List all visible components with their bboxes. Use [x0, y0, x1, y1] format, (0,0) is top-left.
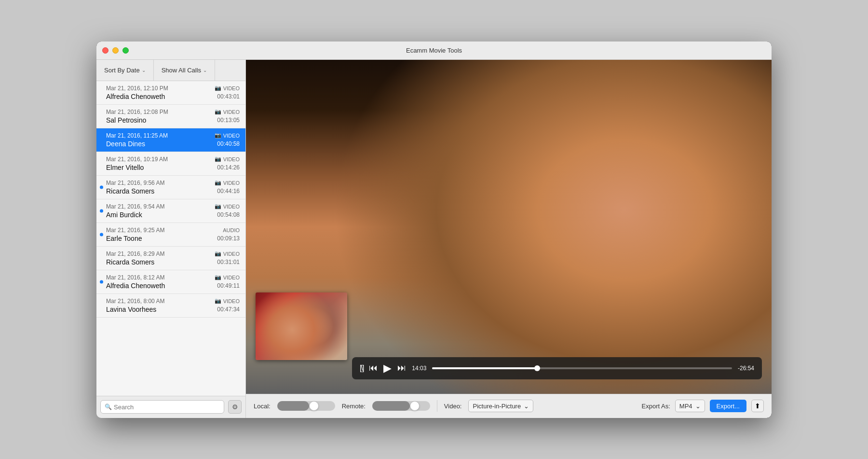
share-icon: ⬆ — [755, 402, 760, 410]
remote-volume-knob[interactable] — [410, 401, 420, 411]
scrubber-track[interactable] — [432, 367, 732, 369]
play-button[interactable]: ▶ — [383, 362, 392, 375]
export-section: Export As: MP4 ⌄ Export... ⬆ — [642, 400, 764, 412]
scrubber-fill — [432, 367, 537, 369]
call-duration: 00:47:34 — [217, 306, 240, 313]
call-item-bottom: Alfredia Chenoweth 00:49:11 — [106, 282, 240, 290]
remote-label: Remote: — [342, 403, 366, 410]
call-duration: 00:54:08 — [217, 211, 240, 218]
video-type-icon: 📷 — [215, 180, 221, 186]
call-duration: 00:43:01 — [217, 93, 240, 100]
call-type: AUDIO — [223, 227, 240, 233]
call-type-info: 📷 VIDEO — [215, 298, 240, 304]
call-item[interactable]: Mar 21, 2016, 9:25 AM AUDIO Earle Toone … — [96, 223, 245, 247]
scrubber-thumb[interactable] — [534, 365, 540, 371]
call-item-bottom: Deena Dines 00:40:58 — [106, 140, 240, 148]
search-icon: 🔍 — [105, 403, 112, 410]
pip-content — [256, 292, 347, 360]
call-name: Ricarda Somers — [106, 258, 154, 266]
call-item[interactable]: Mar 21, 2016, 8:00 AM 📷 VIDEO Lavina Voo… — [96, 294, 245, 318]
fast-forward-button[interactable]: ⏭ — [397, 363, 406, 373]
time-remaining: -26:54 — [738, 365, 754, 372]
remote-volume-slider[interactable] — [372, 401, 430, 411]
call-item-bottom: Elmer Vitello 00:14:26 — [106, 164, 240, 171]
call-type: VIDEO — [223, 133, 240, 139]
minimize-button[interactable] — [112, 47, 119, 54]
window-title: Ecamm Movie Tools — [406, 47, 462, 54]
video-area: [\] ⏮ ▶ ⏭ 14:03 -26:54 Local: — [246, 60, 772, 418]
call-item[interactable]: Mar 21, 2016, 10:19 AM 📷 VIDEO Elmer Vit… — [96, 152, 245, 176]
video-type-icon: 📷 — [215, 298, 221, 304]
export-as-label: Export As: — [642, 403, 670, 410]
call-type: VIDEO — [223, 156, 240, 162]
call-item[interactable]: Mar 21, 2016, 8:12 AM 📷 VIDEO Alfredia C… — [96, 270, 245, 294]
call-item[interactable]: Mar 21, 2016, 9:56 AM 📷 VIDEO Ricarda So… — [96, 176, 245, 199]
unread-dot — [100, 209, 103, 212]
call-type-info: 📷 VIDEO — [215, 274, 240, 280]
maximize-button[interactable] — [122, 47, 129, 54]
call-duration: 00:14:26 — [217, 164, 240, 171]
call-item-top: Mar 21, 2016, 9:54 AM 📷 VIDEO — [106, 203, 240, 210]
call-type: VIDEO — [223, 298, 240, 304]
video-type-icon: 📷 — [215, 132, 221, 139]
bracket-icon: [\] — [360, 364, 363, 373]
local-volume-fill — [277, 401, 309, 411]
call-date: Mar 21, 2016, 8:12 AM — [106, 274, 164, 281]
filter-label: Show All Calls — [162, 67, 201, 74]
call-item[interactable]: Mar 21, 2016, 12:10 PM 📷 VIDEO Alfredia … — [96, 81, 245, 105]
pip-thumbnail — [256, 292, 347, 360]
call-item-top: Mar 21, 2016, 12:10 PM 📷 VIDEO — [106, 85, 240, 92]
video-background: [\] ⏮ ▶ ⏭ 14:03 -26:54 — [246, 60, 772, 394]
search-box[interactable]: 🔍 — [100, 400, 224, 414]
local-volume-slider[interactable] — [277, 401, 335, 411]
call-item-bottom: Alfredia Chenoweth 00:43:01 — [106, 93, 240, 100]
call-date: Mar 21, 2016, 9:54 AM — [106, 203, 164, 210]
call-type: VIDEO — [223, 251, 240, 257]
call-type-info: 📷 VIDEO — [215, 109, 240, 115]
local-volume-knob[interactable] — [309, 401, 319, 411]
video-type-icon: 📷 — [215, 156, 221, 162]
video-mode-chevron-icon: ⌄ — [524, 403, 529, 410]
video-type-icon: 📷 — [215, 250, 221, 257]
settings-gear-button[interactable]: ⚙ — [228, 400, 242, 414]
call-duration: 00:49:11 — [217, 282, 240, 289]
video-type-icon: 📷 — [215, 203, 221, 209]
call-name: Deena Dines — [106, 140, 145, 148]
video-mode-label: Video: — [444, 403, 462, 410]
call-item[interactable]: Mar 21, 2016, 12:08 PM 📷 VIDEO Sal Petro… — [96, 105, 245, 128]
video-mode-select[interactable]: Picture-in-Picture ⌄ — [468, 400, 533, 412]
gear-icon: ⚙ — [232, 403, 238, 411]
call-type: VIDEO — [223, 85, 240, 91]
filter-chevron-icon: ⌄ — [203, 68, 207, 73]
close-button[interactable] — [102, 47, 108, 54]
call-duration: 00:31:01 — [217, 259, 240, 265]
sort-chevron-icon: ⌄ — [142, 68, 146, 73]
share-button[interactable]: ⬆ — [751, 400, 764, 412]
call-item-bottom: Lavina Voorhees 00:47:34 — [106, 306, 240, 313]
search-input[interactable] — [114, 403, 220, 411]
call-date: Mar 21, 2016, 9:25 AM — [106, 227, 164, 234]
call-item-bottom: Ami Burdick 00:54:08 — [106, 211, 240, 219]
call-item-bottom: Sal Petrosino 00:13:05 — [106, 116, 240, 124]
app-window: Ecamm Movie Tools Sort By Date ⌄ Show Al… — [96, 42, 772, 418]
main-content: Sort By Date ⌄ Show All Calls ⌄ Mar 21, … — [96, 60, 772, 418]
call-item[interactable]: Mar 21, 2016, 9:54 AM 📷 VIDEO Ami Burdic… — [96, 199, 245, 223]
call-item-top: Mar 21, 2016, 12:08 PM 📷 VIDEO — [106, 109, 240, 115]
call-item[interactable]: Mar 21, 2016, 11:25 AM 📷 VIDEO Deena Din… — [96, 128, 245, 152]
call-duration: 00:40:58 — [217, 140, 240, 147]
export-button[interactable]: Export... — [710, 400, 746, 412]
call-date: Mar 21, 2016, 12:08 PM — [106, 109, 168, 115]
show-all-calls-button[interactable]: Show All Calls ⌄ — [154, 60, 215, 81]
bottom-toolbar: Local: Remote: Video: Picture-in-Picture… — [246, 394, 772, 418]
call-type: VIDEO — [223, 180, 240, 186]
sidebar: Sort By Date ⌄ Show All Calls ⌄ Mar 21, … — [96, 60, 246, 418]
export-format-select[interactable]: MP4 ⌄ — [675, 400, 705, 412]
call-duration: 00:13:05 — [217, 117, 240, 124]
sort-label: Sort By Date — [104, 67, 140, 74]
call-item[interactable]: Mar 21, 2016, 8:29 AM 📷 VIDEO Ricarda So… — [96, 247, 245, 270]
rewind-button[interactable]: ⏮ — [369, 363, 378, 373]
sort-by-date-button[interactable]: Sort By Date ⌄ — [96, 60, 154, 81]
sidebar-footer: 🔍 ⚙ — [96, 396, 245, 418]
sidebar-toolbar: Sort By Date ⌄ Show All Calls ⌄ — [96, 60, 245, 81]
call-item-bottom: Ricarda Somers 00:44:16 — [106, 187, 240, 195]
